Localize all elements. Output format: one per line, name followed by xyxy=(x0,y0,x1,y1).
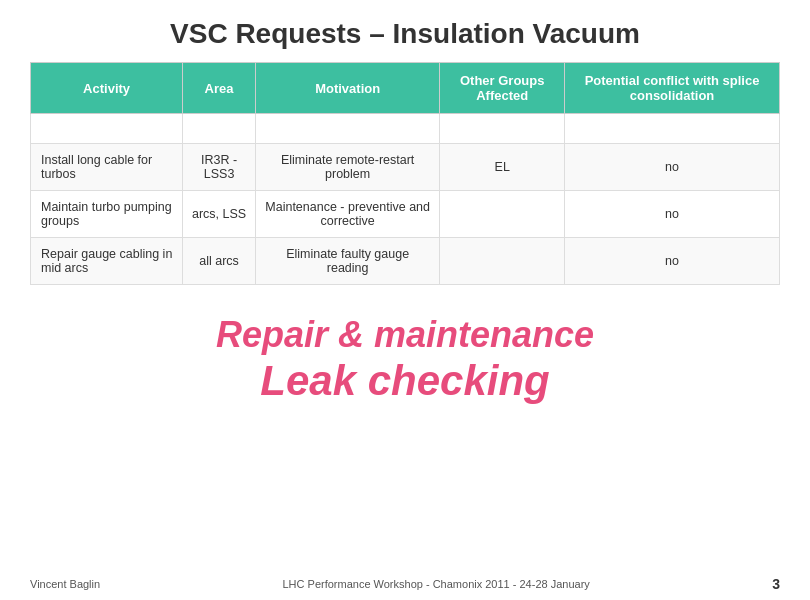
table-row: Repair gauge cabling in mid arcsall arcs… xyxy=(31,238,780,285)
footer-event: LHC Performance Workshop - Chamonix 2011… xyxy=(282,578,589,590)
cell-area: IR3R - LSS3 xyxy=(183,144,256,191)
cell-motivation: Eliminate remote-restart problem xyxy=(255,144,439,191)
cell-motivation: Maintenance - preventive and corrective xyxy=(255,191,439,238)
col-potential: Potential conflict with splice consolida… xyxy=(565,63,780,114)
section-labels: Repair & maintenance Leak checking xyxy=(0,313,810,407)
page-title: VSC Requests – Insulation Vacuum xyxy=(0,0,810,62)
cell-other_groups xyxy=(440,114,565,144)
main-table-container: Activity Area Motivation Other Groups Af… xyxy=(30,62,780,285)
footer-author: Vincent Baglin xyxy=(30,578,100,590)
cell-motivation xyxy=(255,114,439,144)
cell-potential: no xyxy=(565,238,780,285)
col-area: Area xyxy=(183,63,256,114)
page-number: 3 xyxy=(772,576,780,592)
cell-activity: Install long cable for turbos xyxy=(31,144,183,191)
table-header-row: Activity Area Motivation Other Groups Af… xyxy=(31,63,780,114)
col-motivation: Motivation xyxy=(255,63,439,114)
table-row xyxy=(31,114,780,144)
cell-other_groups xyxy=(440,191,565,238)
cell-other_groups: EL xyxy=(440,144,565,191)
cell-other_groups xyxy=(440,238,565,285)
col-other-groups: Other Groups Affected xyxy=(440,63,565,114)
table-row: Install long cable for turbosIR3R - LSS3… xyxy=(31,144,780,191)
leak-checking-label: Leak checking xyxy=(0,356,810,406)
footer: Vincent Baglin LHC Performance Workshop … xyxy=(0,576,810,592)
cell-area: all arcs xyxy=(183,238,256,285)
cell-activity xyxy=(31,114,183,144)
cell-potential: no xyxy=(565,144,780,191)
table-row: Maintain turbo pumping groupsarcs, LSSMa… xyxy=(31,191,780,238)
cell-activity: Maintain turbo pumping groups xyxy=(31,191,183,238)
cell-potential xyxy=(565,114,780,144)
cell-motivation: Eliminate faulty gauge reading xyxy=(255,238,439,285)
cell-area: arcs, LSS xyxy=(183,191,256,238)
cell-area xyxy=(183,114,256,144)
cell-activity: Repair gauge cabling in mid arcs xyxy=(31,238,183,285)
vsc-table: Activity Area Motivation Other Groups Af… xyxy=(30,62,780,285)
repair-maintenance-label: Repair & maintenance xyxy=(0,313,810,356)
cell-potential: no xyxy=(565,191,780,238)
col-activity: Activity xyxy=(31,63,183,114)
